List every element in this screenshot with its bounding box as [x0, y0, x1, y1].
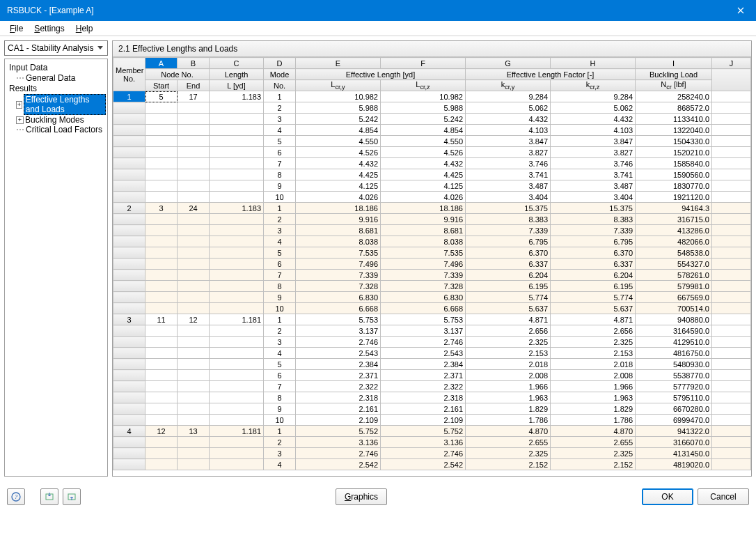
cell[interactable]: 940880.0 [636, 314, 712, 325]
cell[interactable] [145, 325, 178, 337]
cell[interactable]: 2.655 [466, 437, 551, 448]
cell[interactable]: 5.774 [551, 292, 636, 303]
cell[interactable]: 2.655 [551, 437, 636, 448]
cell[interactable] [178, 192, 210, 203]
cell[interactable]: 3.404 [466, 192, 551, 203]
cell[interactable]: 4.103 [551, 125, 636, 136]
cell[interactable]: 4.125 [381, 180, 466, 192]
help-button[interactable]: ? [7, 488, 25, 505]
col-letter-a[interactable]: A [145, 58, 178, 69]
cell[interactable]: 7.496 [381, 259, 466, 270]
cell[interactable]: 554327.0 [636, 259, 712, 270]
cell[interactable] [145, 214, 178, 225]
cell[interactable]: 1.786 [551, 415, 636, 426]
cell[interactable] [712, 169, 751, 180]
cell[interactable]: 941322.0 [636, 426, 712, 437]
header-kcrz[interactable]: kcr,z [551, 80, 636, 91]
cell[interactable]: 3 [264, 114, 296, 125]
cell[interactable]: 9.916 [381, 214, 466, 225]
cell[interactable]: 7.496 [296, 259, 381, 270]
cell[interactable]: 3 [113, 314, 145, 325]
cell[interactable]: 3 [264, 225, 296, 236]
cell[interactable] [113, 459, 145, 470]
cell[interactable]: 1.183 [210, 203, 264, 214]
cell[interactable] [178, 180, 210, 192]
cell[interactable]: 2.161 [296, 403, 381, 415]
cell[interactable]: 8 [264, 392, 296, 403]
cell[interactable]: 4.870 [551, 426, 636, 437]
cell[interactable]: 1585840.0 [636, 158, 712, 169]
header-lcrz[interactable]: Lcr,z [381, 80, 466, 91]
cell[interactable]: 5.242 [381, 114, 466, 125]
header-eff-len[interactable]: Effective Length [yd] [296, 69, 466, 80]
cell[interactable] [178, 325, 210, 337]
cell[interactable]: 10 [264, 192, 296, 203]
cell[interactable]: 4.103 [466, 125, 551, 136]
cell[interactable] [210, 247, 264, 259]
cell[interactable] [178, 448, 210, 459]
cell[interactable] [712, 303, 751, 314]
close-button[interactable] [725, 0, 756, 21]
cell[interactable] [178, 437, 210, 448]
cell[interactable] [712, 426, 751, 437]
cell[interactable] [210, 114, 264, 125]
cell[interactable] [145, 303, 178, 314]
cell[interactable]: 1.829 [466, 403, 551, 415]
cell[interactable] [145, 437, 178, 448]
cell[interactable]: 6999470.0 [636, 415, 712, 426]
cell[interactable]: 3.137 [296, 325, 381, 337]
cell[interactable]: 8.681 [381, 225, 466, 236]
cell[interactable]: 2.325 [466, 337, 551, 348]
cell[interactable]: 1.963 [551, 392, 636, 403]
cell[interactable]: 5777920.0 [636, 381, 712, 392]
cell[interactable]: 17 [178, 91, 210, 102]
cell[interactable]: 2.008 [466, 370, 551, 381]
cell[interactable]: 4.854 [296, 125, 381, 136]
cell[interactable] [712, 392, 751, 403]
cell[interactable] [210, 259, 264, 270]
table-row[interactable]: 311121.18115.7535.7534.8714.871940880.0 [113, 314, 751, 325]
tree-input-data[interactable]: Input Data [6, 62, 106, 73]
cell[interactable]: 7.339 [551, 225, 636, 236]
header-lcry[interactable]: Lcr,y [296, 80, 381, 91]
table-row[interactable]: 64.5264.5263.8273.8271520210.0 [113, 147, 751, 158]
import-button[interactable] [63, 488, 81, 505]
cell[interactable]: 1.183 [210, 91, 264, 102]
cell[interactable] [210, 359, 264, 370]
cell[interactable]: 7.535 [381, 247, 466, 259]
expand-icon[interactable]: + [16, 101, 22, 109]
cell[interactable] [712, 180, 751, 192]
cell[interactable] [712, 337, 751, 348]
cell[interactable] [145, 359, 178, 370]
cell[interactable]: 5.062 [551, 102, 636, 114]
table-row[interactable]: 44.8544.8544.1034.1031322040.0 [113, 125, 751, 136]
cell[interactable] [178, 214, 210, 225]
cell[interactable] [178, 459, 210, 470]
table-row[interactable]: 67.4967.4966.3376.337554327.0 [113, 259, 751, 270]
cell[interactable]: 3.136 [296, 437, 381, 448]
cell[interactable]: 2 [264, 325, 296, 337]
cell[interactable] [113, 381, 145, 392]
cell[interactable]: 1 [264, 314, 296, 325]
cell[interactable] [210, 392, 264, 403]
cell[interactable]: 4.854 [381, 125, 466, 136]
cell[interactable]: 15.375 [551, 203, 636, 214]
table-row[interactable]: 25.9885.9885.0625.062868572.0 [113, 102, 751, 114]
cell[interactable] [210, 192, 264, 203]
cell[interactable] [712, 259, 751, 270]
cell[interactable]: 6.795 [551, 236, 636, 247]
cell[interactable] [210, 303, 264, 314]
cell[interactable]: 12 [178, 314, 210, 325]
header-mode[interactable]: Mode [264, 69, 296, 80]
cell[interactable] [712, 102, 751, 114]
cell[interactable]: 13 [178, 426, 210, 437]
cell[interactable] [178, 158, 210, 169]
cell[interactable]: 3 [145, 203, 178, 214]
cell[interactable]: 4 [264, 348, 296, 359]
cell[interactable]: 12 [145, 426, 178, 437]
table-row[interactable]: 104.0264.0263.4043.4041921120.0 [113, 192, 751, 203]
cell[interactable] [178, 169, 210, 180]
cell[interactable] [712, 203, 751, 214]
col-letter-d[interactable]: D [264, 58, 296, 69]
cell[interactable]: 9 [264, 180, 296, 192]
